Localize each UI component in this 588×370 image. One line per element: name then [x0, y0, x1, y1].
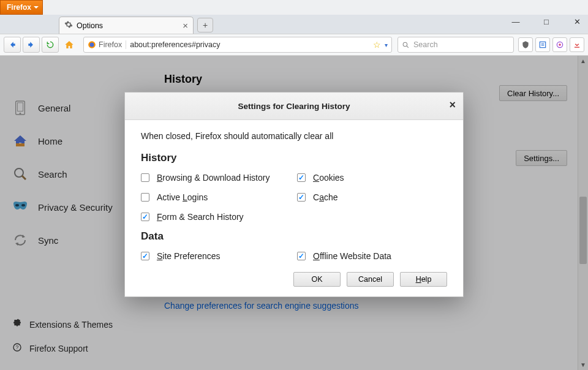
new-tab-button[interactable]: + — [197, 18, 213, 32]
home-button[interactable] — [61, 37, 78, 53]
checkbox-icon — [297, 193, 306, 202]
cancel-button[interactable]: Cancel — [347, 272, 394, 287]
svg-point-1 — [90, 43, 94, 47]
url-text: about:preferences#privacy — [130, 40, 369, 49]
checkbox-label: Browsing & Download History — [157, 173, 270, 183]
data-checkbox-grid: Site Preferences Offline Website Data — [141, 251, 447, 261]
download-icon[interactable] — [570, 37, 584, 52]
checkbox-label: Offline Website Data — [313, 251, 391, 261]
forward-button[interactable] — [23, 37, 40, 53]
checkbox-site-preferences[interactable]: Site Preferences — [141, 251, 291, 261]
checkbox-cookies[interactable]: Cookies — [297, 173, 447, 183]
tab-close-button[interactable]: × — [183, 21, 188, 30]
window-maximize-button[interactable]: □ — [538, 17, 555, 26]
checkbox-label: Form & Search History — [157, 212, 244, 222]
addon-icons — [518, 37, 584, 52]
dialog-close-button[interactable]: × — [449, 99, 456, 111]
firefox-icon — [88, 40, 96, 49]
checkbox-icon — [141, 173, 149, 182]
ok-button[interactable]: OK — [293, 272, 341, 287]
checkbox-offline-data[interactable]: Offline Website Data — [297, 251, 447, 261]
bookmark-star-icon[interactable]: ☆ — [373, 40, 381, 50]
checkbox-label: Site Preferences — [157, 251, 221, 261]
gear-icon — [64, 20, 73, 31]
tab-strip: Options × + — □ ✕ — [0, 15, 588, 34]
checkbox-active-logins[interactable]: Active Logins — [141, 192, 291, 202]
window-close-button[interactable]: ✕ — [568, 17, 586, 26]
search-box[interactable]: Search — [398, 37, 514, 53]
checkbox-form-history[interactable]: Form & Search History — [141, 212, 291, 222]
identity-label: Firefox — [99, 40, 122, 49]
checkbox-label: Cookies — [313, 173, 344, 183]
checkbox-label: Active Logins — [157, 192, 208, 202]
menu-bar: Firefox — [0, 0, 588, 15]
dialog-title: Settings for Clearing History — [238, 102, 350, 111]
checkbox-icon — [297, 173, 306, 182]
back-button[interactable] — [4, 37, 21, 53]
ublock-icon[interactable] — [518, 37, 533, 52]
reload-button[interactable] — [42, 37, 59, 53]
search-placeholder: Search — [413, 40, 438, 49]
reader-icon[interactable] — [535, 37, 550, 52]
url-dropdown-icon[interactable]: ▾ — [385, 42, 388, 48]
section-history-heading: History — [141, 152, 447, 164]
window-minimize-button[interactable]: — — [507, 17, 524, 26]
checkbox-browsing-history[interactable]: Browsing & Download History — [141, 173, 291, 183]
search-icon — [402, 41, 410, 49]
svg-point-2 — [403, 42, 407, 47]
firefox-menu-label: Firefox — [7, 3, 31, 12]
dialog-buttons: OK Cancel Help — [141, 272, 447, 287]
identity-box[interactable]: Firefox — [88, 40, 126, 49]
dialog-titlebar: Settings for Clearing History × — [125, 92, 463, 120]
container-icon[interactable] — [552, 37, 567, 52]
checkbox-icon — [141, 213, 149, 221]
svg-point-5 — [559, 43, 561, 46]
checkbox-icon — [297, 252, 306, 260]
url-bar[interactable]: Firefox about:preferences#privacy ☆ ▾ — [83, 37, 392, 53]
window-controls: — □ ✕ — [507, 17, 586, 26]
nav-toolbar: Firefox about:preferences#privacy ☆ ▾ Se… — [0, 34, 588, 56]
checkbox-label: Cache — [313, 192, 338, 202]
tab-options[interactable]: Options × — [59, 17, 194, 34]
dialog-body: When closed, Firefox should automaticall… — [125, 120, 463, 296]
section-data-heading: Data — [141, 230, 447, 243]
checkbox-icon — [141, 252, 149, 260]
history-checkbox-grid: Browsing & Download History Cookies Acti… — [141, 173, 447, 222]
help-button[interactable]: Help — [400, 272, 447, 287]
firefox-menu-button[interactable]: Firefox — [0, 0, 43, 15]
checkbox-cache[interactable]: Cache — [297, 192, 447, 202]
clear-history-settings-dialog: Settings for Clearing History × When clo… — [124, 92, 464, 297]
checkbox-icon — [141, 193, 149, 202]
dialog-intro-text: When closed, Firefox should automaticall… — [141, 131, 447, 141]
tab-label: Options — [77, 21, 103, 30]
